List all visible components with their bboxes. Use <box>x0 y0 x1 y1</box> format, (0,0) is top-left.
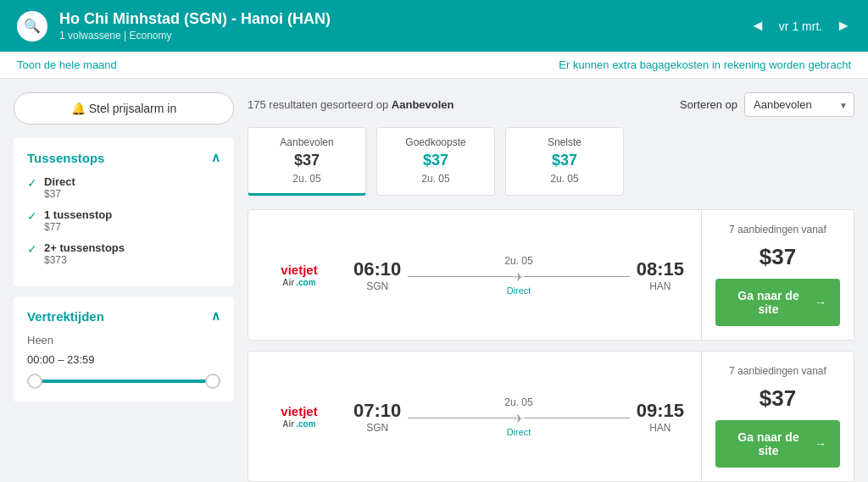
main-layout: 🔔 Stel prijsalarm in Tussenstops ∧ ✓ Dir… <box>0 79 868 482</box>
departure-block-1: 06:10 SGN <box>353 258 401 292</box>
header-left: 🔍 Ho Chi Minhstad (SGN) - Hanoi (HAN) 1 … <box>17 10 331 42</box>
flight-times-1: 06:10 SGN 2u. 05 ✈ Direct 08:15 <box>353 255 684 296</box>
tab-snelste-price: $37 <box>523 152 606 169</box>
departure-time-section: Vertrektijden ∧ Heen 00:00 – 23:59 <box>14 296 234 402</box>
slider-track <box>27 380 220 383</box>
vietjet-logo-2: vietjet Air .com <box>281 404 317 429</box>
arr-airport-2: HAN <box>637 422 684 434</box>
sidebar: 🔔 Stel prijsalarm in Tussenstops ∧ ✓ Dir… <box>14 92 234 482</box>
flight-line-2: ✈ <box>408 412 629 425</box>
arr-airport-1: HAN <box>637 280 684 292</box>
departure-block-2: 07:10 SGN <box>353 400 401 434</box>
vietjet-com-2: .com <box>296 419 315 429</box>
flight-info-2: vietjet Air .com 07:10 SGN 2u. 05 <box>248 352 701 481</box>
line-left-2 <box>408 418 514 418</box>
go-to-site-button-2[interactable]: Ga naar de site → <box>715 420 840 468</box>
tab-aanbevolen[interactable]: Aanbevolen $37 2u. 05 <box>248 127 366 196</box>
line-right-1 <box>524 276 630 277</box>
offers-text-2: 7 aanbiedingen vanaf <box>729 365 826 377</box>
arr-time-1: 08:15 <box>637 258 684 280</box>
direct-label-1: Direct <box>408 285 629 296</box>
duration-text-1: 2u. 05 <box>408 255 629 267</box>
tab-aanbevolen-label: Aanbevolen <box>265 136 348 148</box>
vietjet-com: .com <box>296 278 315 288</box>
show-month-link[interactable]: Toon de hele maand <box>17 58 117 71</box>
prev-date-button[interactable]: ◄ <box>750 17 765 35</box>
flight-info-1: vietjet Air .com 06:10 SGN 2u. 05 <box>248 210 701 340</box>
direct-label: Direct <box>44 175 75 188</box>
passenger-info: 1 volwassene | Economy <box>59 30 331 42</box>
time-slider[interactable] <box>27 373 220 390</box>
flight-line-1: ✈ <box>408 270 629 284</box>
search-icon: 🔍 <box>17 11 47 42</box>
arr-time-2: 09:15 <box>637 400 684 422</box>
one-stop-option: 1 tussenstop $77 <box>44 208 112 233</box>
slider-thumb-left[interactable] <box>27 374 42 389</box>
date-navigation: ◄ vr 1 mrt. ► <box>750 17 851 35</box>
results-count: 175 resultaten gesorteerd op Aanbevolen <box>248 98 454 111</box>
stops-filter-label: Tussenstops <box>27 151 104 165</box>
one-stop-price: $77 <box>44 221 112 233</box>
departure-time-label: Vertrektijden <box>27 309 104 324</box>
go-to-site-button-1[interactable]: Ga naar de site → <box>715 279 840 326</box>
direct-price: $37 <box>44 188 75 200</box>
header-info: Ho Chi Minhstad (SGN) - Hanoi (HAN) 1 vo… <box>59 10 331 42</box>
plane-icon-2: ✈ <box>514 412 524 425</box>
price-2: $37 <box>760 385 796 412</box>
dep-time-1: 06:10 <box>353 258 401 280</box>
sort-label: Sorteren op <box>680 98 737 111</box>
tab-snelste[interactable]: Snelste $37 2u. 05 <box>505 127 624 196</box>
direct-checkbox-icon[interactable]: ✓ <box>27 176 37 190</box>
vietjet-logo-1: vietjet Air .com <box>281 263 317 288</box>
tab-aanbevolen-duration: 2u. 05 <box>265 173 348 185</box>
alarm-button[interactable]: 🔔 Stel prijsalarm in <box>14 92 234 125</box>
line-left-1 <box>408 276 514 277</box>
flight-card-1: vietjet Air .com 06:10 SGN 2u. 05 <box>248 209 854 341</box>
vietjet-air: Air <box>282 278 294 288</box>
price-panel-2: 7 aanbiedingen vanaf $37 Ga naar de site… <box>701 352 854 481</box>
sort-area: Sorteren op Aanbevolen Goedkoopste Snels… <box>680 92 854 117</box>
price-1: $37 <box>760 244 796 270</box>
route-title: Ho Chi Minhstad (SGN) - Hanoi (HAN) <box>59 10 331 28</box>
dep-time-2: 07:10 <box>353 400 401 422</box>
stops-filter-header: Tussenstops ∧ <box>27 150 220 165</box>
duration-block-2: 2u. 05 ✈ Direct <box>408 396 629 437</box>
next-date-button[interactable]: ► <box>836 17 851 35</box>
airline-logo-1: vietjet Air .com <box>265 263 333 288</box>
baggage-notice: Er kunnen extra bagagekosten in rekening… <box>559 58 851 71</box>
dep-airport-2: SGN <box>353 422 401 434</box>
subheader: Toon de hele maand Er kunnen extra bagag… <box>0 52 868 79</box>
filter-one-stop: ✓ 1 tussenstop $77 <box>27 208 220 233</box>
time-range-display: 00:00 – 23:59 <box>27 353 220 366</box>
tab-goedkoopste[interactable]: Goedkoopste $37 2u. 05 <box>376 127 495 196</box>
vietjet-viet: vietjet <box>281 263 317 278</box>
airline-logo-2: vietjet Air .com <box>265 404 333 429</box>
flight-tabs: Aanbevolen $37 2u. 05 Goedkoopste $37 2u… <box>248 127 854 196</box>
vietjet-viet-2: vietjet <box>281 404 317 419</box>
content-area: 175 resultaten gesorteerd op Aanbevolen … <box>248 92 854 482</box>
header: 🔍 Ho Chi Minhstad (SGN) - Hanoi (HAN) 1 … <box>0 0 868 52</box>
flight-times-2: 07:10 SGN 2u. 05 ✈ Direct 09:15 <box>353 396 684 437</box>
heen-label: Heen <box>27 334 220 346</box>
vietjet-air-2: Air <box>282 419 294 429</box>
one-stop-checkbox-icon[interactable]: ✓ <box>27 209 37 223</box>
sort-select[interactable]: Aanbevolen Goedkoopste Snelste <box>744 92 854 117</box>
stops-collapse-icon[interactable]: ∧ <box>211 150 220 165</box>
plane-icon-1: ✈ <box>514 270 524 284</box>
line-right-2 <box>524 418 630 418</box>
slider-thumb-right[interactable] <box>205 374 220 389</box>
price-panel-1: 7 aanbiedingen vanaf $37 Ga naar de site… <box>701 210 854 340</box>
filter-two-stops: ✓ 2+ tussenstops $373 <box>27 241 220 266</box>
arrival-block-2: 09:15 HAN <box>637 400 684 434</box>
direct-option: Direct $37 <box>44 175 75 200</box>
duration-block-1: 2u. 05 ✈ Direct <box>408 255 629 296</box>
sort-wrapper: Aanbevolen Goedkoopste Snelste <box>744 92 854 117</box>
arrival-block-1: 08:15 HAN <box>637 258 684 292</box>
results-toolbar: 175 resultaten gesorteerd op Aanbevolen … <box>248 92 854 117</box>
two-stops-option: 2+ tussenstops $373 <box>44 241 125 266</box>
departure-collapse-icon[interactable]: ∧ <box>211 308 220 324</box>
tab-goedkoopste-price: $37 <box>394 152 477 169</box>
tab-goedkoopste-label: Goedkoopste <box>394 136 477 148</box>
tab-aanbevolen-price: $37 <box>265 152 348 169</box>
two-stops-checkbox-icon[interactable]: ✓ <box>27 242 37 256</box>
